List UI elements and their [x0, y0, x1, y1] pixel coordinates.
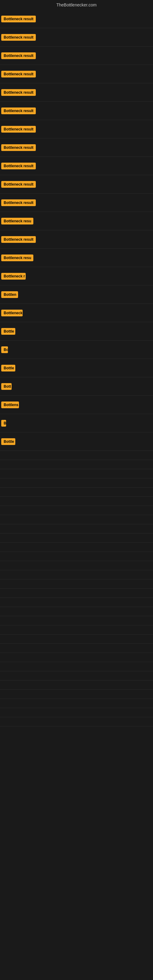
empty-row: [0, 460, 153, 469]
result-row: Bottleneck result: [0, 46, 153, 65]
empty-row: [0, 662, 153, 671]
empty-row: [0, 552, 153, 561]
bottleneck-badge[interactable]: Bottleneck resu: [1, 218, 33, 224]
empty-row: [0, 515, 153, 524]
bottleneck-badge[interactable]: Bottle: [1, 328, 15, 335]
empty-row: [0, 671, 153, 681]
empty-row: [0, 607, 153, 616]
bottleneck-badge[interactable]: Bottleneck result: [1, 52, 36, 59]
result-row: Bottleneck r: [0, 267, 153, 285]
empty-row: [0, 533, 153, 542]
empty-row: [0, 589, 153, 598]
result-row: Bottlen: [0, 285, 153, 304]
result-row: Bottleneck result: [0, 65, 153, 83]
result-row: Bottle: [0, 359, 153, 377]
bottleneck-badge[interactable]: Bottleneck r: [1, 273, 26, 280]
empty-row: [0, 598, 153, 607]
result-row: Bottleneck: [0, 304, 153, 322]
empty-row: [0, 717, 153, 726]
empty-row: [0, 708, 153, 717]
result-row: Bottleneck result: [0, 230, 153, 249]
result-row: Bottle: [0, 322, 153, 340]
result-row: Bottleneck result: [0, 175, 153, 194]
results-container: Bottleneck resultBottleneck resultBottle…: [0, 10, 153, 726]
empty-row: [0, 681, 153, 690]
bottleneck-badge[interactable]: Bottleneck result: [1, 236, 36, 243]
empty-row: [0, 451, 153, 460]
empty-row: [0, 690, 153, 699]
empty-row: [0, 542, 153, 552]
result-row: Bottlens: [0, 396, 153, 414]
result-row: B: [0, 414, 153, 433]
result-row: Bott: [0, 377, 153, 396]
result-row: Bo: [0, 340, 153, 359]
empty-row: [0, 497, 153, 506]
bottleneck-badge[interactable]: Bo: [1, 346, 8, 353]
result-row: Bottleneck result: [0, 157, 153, 175]
result-row: Bottle: [0, 433, 153, 451]
bottleneck-badge[interactable]: Bottleneck result: [1, 108, 36, 114]
empty-row: [0, 699, 153, 708]
empty-row: [0, 616, 153, 625]
empty-row: [0, 570, 153, 579]
empty-row: [0, 579, 153, 589]
bottleneck-badge[interactable]: Bottleneck result: [1, 144, 36, 151]
result-row: Bottleneck result: [0, 10, 153, 28]
bottleneck-badge[interactable]: Bottleneck result: [1, 162, 36, 169]
bottleneck-badge[interactable]: Bottleneck result: [1, 181, 36, 188]
bottleneck-badge[interactable]: Bottlens: [1, 401, 19, 408]
bottleneck-badge[interactable]: Bottleneck resu: [1, 255, 33, 261]
empty-row: [0, 488, 153, 497]
empty-row: [0, 625, 153, 635]
result-row: Bottleneck resu: [0, 249, 153, 267]
page-wrapper: TheBottlenecker.com Bottleneck resultBot…: [0, 0, 153, 980]
result-row: Bottleneck result: [0, 194, 153, 212]
empty-row: [0, 653, 153, 662]
site-title: TheBottlenecker.com: [0, 0, 153, 10]
result-row: Bottleneck result: [0, 28, 153, 46]
bottleneck-badge[interactable]: Bottle: [1, 438, 15, 445]
bottleneck-badge[interactable]: Bottleneck result: [1, 199, 36, 206]
bottleneck-badge[interactable]: Bottleneck: [1, 310, 22, 317]
empty-row: [0, 478, 153, 488]
bottleneck-badge[interactable]: Bottleneck result: [1, 34, 36, 41]
bottleneck-badge[interactable]: Bottleneck result: [1, 71, 36, 78]
bottleneck-badge[interactable]: Bottle: [1, 365, 15, 371]
result-row: Bottleneck result: [0, 83, 153, 102]
empty-row: [0, 506, 153, 515]
bottleneck-badge[interactable]: Bottleneck result: [1, 126, 36, 133]
empty-row: [0, 635, 153, 644]
bottleneck-badge[interactable]: Bottleneck result: [1, 89, 36, 96]
empty-row: [0, 644, 153, 653]
result-row: Bottleneck resu: [0, 212, 153, 230]
bottleneck-badge[interactable]: B: [1, 420, 6, 426]
bottleneck-badge[interactable]: Bottlen: [1, 291, 18, 298]
empty-row: [0, 561, 153, 570]
empty-row: [0, 524, 153, 533]
bottleneck-badge[interactable]: Bott: [1, 383, 12, 390]
result-row: Bottleneck result: [0, 102, 153, 120]
result-row: Bottleneck result: [0, 120, 153, 138]
result-row: Bottleneck result: [0, 138, 153, 157]
empty-row: [0, 469, 153, 478]
bottleneck-badge[interactable]: Bottleneck result: [1, 16, 36, 22]
